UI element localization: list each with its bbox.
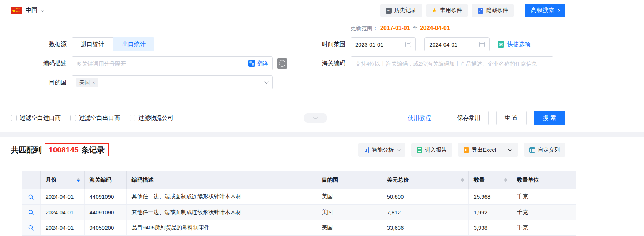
reset-button[interactable]: 重 置 bbox=[496, 111, 526, 125]
table-cell: 美国 bbox=[317, 220, 382, 235]
end-date-value: 2024-04-01 bbox=[429, 41, 457, 48]
export-options-button[interactable] bbox=[502, 143, 518, 157]
table-cell: 3,938 bbox=[468, 220, 512, 235]
magnifier-icon[interactable] bbox=[28, 225, 34, 231]
expand-collapse-button[interactable] bbox=[304, 113, 327, 123]
country-selector-label[interactable]: 中国 bbox=[26, 7, 37, 14]
filter-circle-icon[interactable] bbox=[277, 58, 287, 69]
update-range-start: 2017-01-01 bbox=[380, 25, 410, 32]
magnifier-icon[interactable] bbox=[28, 209, 34, 215]
collapse-icon bbox=[478, 8, 483, 14]
table-cell: 25,968 bbox=[468, 189, 512, 204]
tag-close-icon[interactable]: × bbox=[92, 80, 95, 85]
history-button[interactable]: ≡ 历史记录 bbox=[380, 4, 422, 17]
hs-code-input[interactable] bbox=[351, 56, 553, 70]
checkbox-icon[interactable] bbox=[11, 115, 17, 121]
calendar-icon bbox=[405, 42, 411, 47]
search-form: 更新范围： 2017-01-01 至 2024-04-01 数据源 进口统计 出… bbox=[11, 21, 565, 125]
date-range-dash: – bbox=[419, 41, 422, 48]
table-cell: 千克 bbox=[512, 220, 576, 235]
table-cell: 美国 bbox=[317, 189, 382, 204]
chevron-down-icon[interactable] bbox=[40, 8, 44, 12]
table-cell: 2024-04-01 bbox=[40, 220, 84, 235]
sort-icon[interactable] bbox=[77, 178, 80, 182]
sort-icon[interactable] bbox=[461, 178, 464, 182]
table-cell: 7,812 bbox=[382, 204, 468, 220]
results-table: 月份 海关编码 编码描述 目的国 美元总价 数量 bbox=[22, 171, 576, 236]
tutorial-link[interactable]: 使用教程 bbox=[408, 114, 431, 122]
table-header-quantity[interactable]: 数量 bbox=[468, 171, 512, 189]
table-cell: 1,992 bbox=[468, 204, 512, 220]
smart-analysis-button[interactable]: 智能分析 bbox=[358, 143, 405, 157]
tab-export-stats[interactable]: 出口统计 bbox=[113, 37, 154, 51]
update-range-label: 更新范围： bbox=[351, 25, 378, 32]
export-excel-label: 导出Excel bbox=[472, 147, 496, 154]
table-cell: 千克 bbox=[512, 204, 576, 220]
favorite-conditions-button[interactable]: ★ 常用条件 bbox=[426, 4, 468, 17]
export-excel-button[interactable]: 导出Excel bbox=[458, 143, 502, 157]
search-button[interactable]: 搜 索 bbox=[534, 111, 565, 125]
code-desc-label: 编码描述 bbox=[11, 60, 72, 67]
divider bbox=[520, 7, 520, 15]
match-count-number: 1008145 bbox=[49, 145, 79, 154]
checkbox-label: 过滤物流公司 bbox=[138, 114, 173, 122]
command-icon: ⌘ bbox=[498, 41, 504, 48]
hide-conditions-button[interactable]: 隐藏条件 bbox=[472, 4, 514, 17]
checkbox-filter-logistics[interactable]: 过滤物流公司 bbox=[130, 114, 173, 122]
magnifier-icon[interactable] bbox=[28, 194, 34, 200]
calendar-icon bbox=[479, 42, 485, 47]
custom-columns-label: 自定义列 bbox=[538, 147, 560, 154]
table-cell: 44091090 bbox=[84, 189, 126, 204]
analysis-icon bbox=[364, 147, 369, 153]
chevron-down-icon bbox=[508, 147, 512, 151]
custom-columns-button[interactable]: 自定义列 bbox=[524, 143, 565, 157]
table-cell: 其他任一边、端或面制成连续形状针叶木木材 bbox=[126, 189, 317, 204]
translate-label: 翻译 bbox=[257, 60, 268, 67]
table-cell: 33,636 bbox=[382, 220, 468, 235]
history-button-label: 历史记录 bbox=[394, 7, 416, 14]
column-label: 月份 bbox=[46, 177, 57, 184]
checkbox-icon[interactable] bbox=[70, 115, 76, 121]
checkbox-icon[interactable] bbox=[130, 115, 135, 121]
quick-options-button[interactable]: ⌘ 快捷选项 bbox=[498, 41, 531, 48]
chevron-right-icon bbox=[556, 8, 560, 12]
columns-icon bbox=[529, 147, 535, 153]
table-cell: 品目9405所列货品的塑料制零件 bbox=[126, 220, 317, 235]
table-header-desc: 编码描述 bbox=[126, 171, 317, 189]
table-row: 2024-04-0194059200品目9405所列货品的塑料制零件美国33,6… bbox=[22, 220, 576, 235]
match-count-prefix: 共匹配到 bbox=[11, 145, 42, 155]
results-section: 共匹配到 1008145 条记录 智能分析 进入报告 导出Excel bbox=[11, 142, 565, 236]
enter-report-button[interactable]: 进入报告 bbox=[411, 143, 452, 157]
checkbox-filter-blank-importer[interactable]: 过滤空白进口商 bbox=[11, 114, 61, 122]
report-icon bbox=[417, 147, 422, 153]
export-icon bbox=[464, 147, 469, 153]
chevron-down-icon bbox=[313, 115, 317, 119]
checkbox-filter-blank-exporter[interactable]: 过滤空白出口商 bbox=[70, 114, 120, 122]
end-date-input[interactable]: 2024-04-01 bbox=[424, 37, 490, 51]
destination-tag-label: 美国 bbox=[79, 79, 90, 86]
update-range-to: 至 bbox=[412, 25, 418, 32]
chevron-down-icon bbox=[264, 80, 268, 84]
favorites-button-label: 常用条件 bbox=[440, 7, 462, 14]
checkbox-label: 过滤空白出口商 bbox=[79, 114, 120, 122]
advanced-search-button[interactable]: 高级搜索 bbox=[525, 4, 565, 17]
destination-select[interactable]: 美国 × bbox=[72, 75, 273, 89]
sort-icon[interactable] bbox=[504, 178, 507, 182]
enter-report-label: 进入报告 bbox=[425, 147, 447, 154]
translate-button[interactable]: 翻译 bbox=[248, 56, 268, 70]
data-source-label: 数据源 bbox=[11, 41, 72, 48]
column-label: 数量 bbox=[474, 177, 485, 184]
start-date-input[interactable]: 2023-01-01 bbox=[351, 37, 416, 51]
code-desc-input[interactable] bbox=[72, 56, 273, 70]
destination-tag: 美国 × bbox=[76, 78, 98, 87]
tab-import-stats[interactable]: 进口统计 bbox=[72, 37, 113, 51]
advanced-search-label: 高级搜索 bbox=[531, 7, 554, 14]
table-header-month[interactable]: 月份 bbox=[40, 171, 84, 189]
china-flag-icon: ★★ ★★ ★ bbox=[11, 7, 22, 14]
chevron-down-icon bbox=[397, 147, 401, 151]
save-conditions-button[interactable]: 保存常用 bbox=[449, 111, 489, 125]
table-header-usd-total[interactable]: 美元总价 bbox=[382, 171, 468, 189]
table-cell: 44091090 bbox=[84, 204, 126, 220]
match-count-line: 共匹配到 1008145 条记录 bbox=[11, 143, 109, 156]
hide-button-label: 隐藏条件 bbox=[486, 7, 508, 14]
